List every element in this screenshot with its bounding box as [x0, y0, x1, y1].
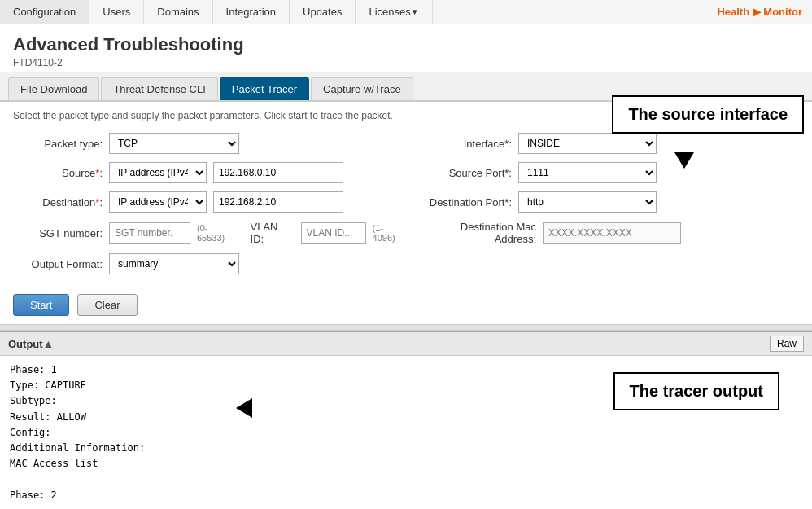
main-content: Select the packet type and supply the pa…	[0, 102, 812, 324]
top-nav: Configuration Users Domains Integration …	[0, 0, 812, 24]
sgt-input[interactable]	[109, 222, 190, 244]
source-label: Source*:	[13, 167, 103, 179]
tab-file-download[interactable]: File Download	[8, 77, 99, 100]
destination-row: Destination*: IP address (IPv4) IP addre…	[13, 191, 406, 213]
raw-button[interactable]: Raw	[770, 336, 804, 352]
vlan-input[interactable]	[301, 222, 366, 244]
form-right: Interface*: INSIDE OUTSIDE DMZ Source Po…	[406, 133, 799, 316]
nav-items: Configuration Users Domains Integration …	[0, 0, 707, 24]
dest-mac-label: Destination MacAddress:	[422, 221, 536, 245]
nav-updates[interactable]: Updates	[290, 0, 356, 24]
vlan-hint: (1-4096)	[373, 223, 406, 243]
source-port-row: Source Port*: 1111	[422, 162, 799, 183]
output-section: Output ▲ Raw Phase: 1 Type: CAPTURE Subt…	[0, 331, 812, 509]
vlan-label: VLAN ID:	[251, 221, 295, 245]
page-title: Advanced Troubleshooting	[13, 34, 799, 55]
source-interface-arrow	[674, 152, 694, 169]
interface-row: Interface*: INSIDE OUTSIDE DMZ	[422, 133, 799, 154]
dest-mac-input[interactable]	[543, 222, 681, 244]
source-address-input[interactable]	[213, 162, 343, 183]
tab-capture-w-trace[interactable]: Capture w/Trace	[311, 77, 413, 100]
source-port-select[interactable]: 1111	[518, 162, 657, 183]
output-wrapper: Phase: 1 Type: CAPTURE Subtype: Result: …	[0, 356, 812, 509]
dest-mac-row: Destination MacAddress:	[422, 221, 799, 245]
packet-type-row: Packet type: TCP UDP ICMP Raw IP	[13, 133, 406, 154]
destination-port-row: Destination Port*: http https ftp ssh	[422, 191, 799, 213]
output-collapse-button[interactable]: ▲	[43, 337, 55, 350]
nav-integration[interactable]: Integration	[213, 0, 290, 24]
output-format-row: Output Format: summary detail	[13, 253, 406, 274]
source-type-select[interactable]: IP address (IPv4) IP address (IPv6)	[109, 162, 207, 183]
destination-port-label: Destination Port*:	[422, 196, 512, 208]
nav-licenses[interactable]: Licenses	[356, 0, 432, 24]
tab-threat-defense-cli[interactable]: Threat Defense CLI	[101, 77, 217, 100]
btn-row: Start Clear	[13, 294, 406, 316]
destination-address-input[interactable]	[213, 191, 343, 213]
form-left: Packet type: TCP UDP ICMP Raw IP Source*…	[13, 133, 406, 316]
source-row: Source*: IP address (IPv4) IP address (I…	[13, 162, 406, 183]
interface-select[interactable]: INSIDE OUTSIDE DMZ	[518, 133, 657, 154]
start-button[interactable]: Start	[13, 294, 69, 316]
output-label: Output	[8, 338, 43, 350]
nav-users[interactable]: Users	[89, 0, 144, 24]
health-monitor-link[interactable]: Health ▶ Monitor	[707, 0, 812, 24]
clear-button[interactable]: Clear	[77, 294, 137, 316]
sgt-label: SGT number:	[13, 227, 103, 239]
tracer-output-callout: The tracer output	[613, 372, 779, 410]
tracer-output-arrow	[236, 398, 252, 418]
destination-type-select[interactable]: IP address (IPv4) IP address (IPv6)	[109, 191, 207, 213]
output-format-select[interactable]: summary detail	[109, 253, 239, 274]
destination-port-select[interactable]: http https ftp ssh	[518, 191, 657, 213]
source-interface-callout: The source interface	[612, 95, 804, 134]
source-port-label: Source Port*:	[422, 167, 512, 179]
horizontal-scrollbar[interactable]	[0, 324, 812, 331]
output-format-label: Output Format:	[13, 258, 103, 270]
page-subtitle: FTD4110-2	[13, 57, 799, 68]
interface-label: Interface*:	[422, 138, 512, 150]
packet-type-label: Packet type:	[13, 138, 103, 150]
destination-label: Destination*:	[13, 196, 103, 208]
nav-configuration[interactable]: Configuration	[0, 0, 89, 24]
sgt-hint: (0-65533)	[197, 223, 236, 243]
packet-type-select[interactable]: TCP UDP ICMP Raw IP	[109, 133, 239, 154]
sgt-vlan-row: SGT number: (0-65533) VLAN ID: (1-4096)	[13, 221, 406, 245]
output-header: Output ▲ Raw	[0, 332, 812, 356]
nav-domains[interactable]: Domains	[144, 0, 212, 24]
tab-packet-tracer[interactable]: Packet Tracer	[220, 77, 309, 100]
page-header: Advanced Troubleshooting FTD4110-2	[0, 24, 812, 72]
